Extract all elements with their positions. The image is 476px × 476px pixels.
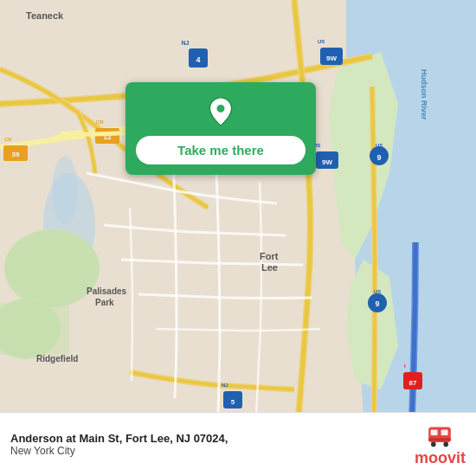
svg-rect-49 [429,438,452,441]
svg-point-4 [4,229,100,307]
location-card: Take me there [125,82,316,175]
address-line1: Anderson at Main St, Fort Lee, NJ 07024, [10,432,228,445]
svg-text:CR: CR [4,137,12,142]
svg-text:Ridgefield: Ridgefield [36,354,78,363]
svg-point-47 [431,442,436,447]
svg-rect-6 [0,303,69,355]
svg-text:Hudson River: Hudson River [420,69,428,120]
svg-text:9W: 9W [326,55,337,62]
svg-rect-46 [441,430,448,435]
svg-point-48 [444,442,449,447]
svg-point-3 [52,156,78,225]
svg-text:9W: 9W [322,158,332,166]
svg-text:US: US [376,143,383,148]
svg-text:5: 5 [231,398,235,406]
map-container: 4 NJ 9W US 9W US 9 US 9 US 87 I 5 NJ 39 … [0,0,476,476]
svg-text:CR: CR [96,119,104,125]
take-me-there-button[interactable]: Take me there [136,136,306,164]
svg-text:Park: Park [95,298,114,307]
svg-rect-45 [431,430,438,435]
svg-text:39: 39 [12,151,20,158]
svg-text:NJ: NJ [222,383,228,388]
svg-text:NJ: NJ [182,40,190,46]
bottom-bar: Anderson at Main St, Fort Lee, NJ 07024,… [0,412,476,476]
svg-text:US: US [318,39,325,44]
svg-point-43 [217,105,225,113]
moovit-icon [426,421,453,449]
svg-text:9: 9 [376,153,381,162]
address-info: Anderson at Main St, Fort Lee, NJ 07024,… [10,432,228,457]
svg-text:Teaneck: Teaneck [26,10,64,21]
svg-text:9: 9 [375,299,379,308]
moovit-text: moovit [415,449,466,467]
svg-text:Palisades: Palisades [87,286,127,296]
svg-text:US: US [374,289,381,294]
location-pin-icon [205,96,236,127]
address-line2: New York City [10,445,228,457]
svg-text:4: 4 [196,55,200,64]
moovit-logo: moovit [415,421,466,467]
map-background: 4 NJ 9W US 9W US 9 US 9 US 87 I 5 NJ 39 … [0,0,476,476]
svg-text:Fort: Fort [260,251,279,261]
svg-text:87: 87 [409,379,417,387]
svg-text:Lee: Lee [261,262,278,273]
